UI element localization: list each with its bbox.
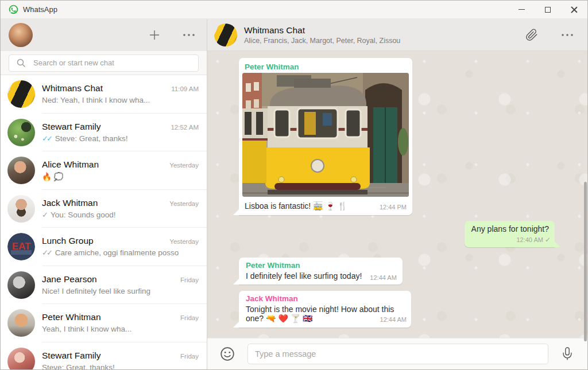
chat-time: Yesterday [169, 200, 199, 207]
smiley-icon [220, 346, 235, 361]
close-icon [571, 6, 578, 13]
message-movie-bubble[interactable]: Jack Whitman Tonight is the movie night!… [239, 291, 411, 328]
chat-list-item-peter-whitman[interactable]: Peter WhitmanFriday Yeah, I think I know… [1, 304, 207, 342]
chat-list-item-stewart-family-2[interactable]: Stewart FamilyFriday Steve: Great, thank… [1, 342, 207, 370]
chat-time: Yesterday [169, 238, 199, 245]
voice-message-button[interactable] [558, 343, 577, 365]
microphone-icon [561, 346, 574, 361]
my-profile-avatar[interactable] [9, 23, 33, 47]
svg-text:EAT: EAT [12, 241, 31, 252]
sent-tick-icon: ✓ [545, 236, 549, 244]
ellipsis-icon [561, 33, 574, 37]
sidebar: Whitmans Chat11:09 AM Ned: Yeah, I think… [1, 19, 207, 369]
whatsapp-logo-icon [9, 5, 18, 14]
search-row [1, 51, 207, 75]
lisbon-tram-photo[interactable] [242, 73, 409, 197]
message-sender: Jack Whitman [246, 294, 405, 303]
read-receipt-icon: ✓✓ [42, 134, 51, 143]
plus-icon [148, 29, 161, 41]
chat-avatar [7, 271, 35, 299]
message-caption: Lisboa is fantastic! 🚋 🍷 🍴 [245, 201, 373, 211]
attach-button[interactable] [522, 25, 541, 45]
composer-bar [207, 338, 587, 369]
new-chat-button[interactable] [145, 25, 164, 45]
emoji-button[interactable] [216, 343, 238, 365]
chat-time: Friday [180, 314, 199, 321]
chat-avatar [7, 195, 35, 223]
chat-scrollbar[interactable] [584, 182, 587, 341]
message-surf-bubble[interactable]: Peter Whitman I definitely feel like sur… [239, 258, 403, 285]
maximize-icon [545, 7, 551, 13]
chat-avatar [7, 348, 35, 369]
chat-avatar [7, 80, 35, 108]
chat-name: Whitmans Chat [42, 83, 167, 94]
conversation-pane: Whitmans Chat Alice, Francis, Jack, Marg… [207, 19, 587, 369]
message-sender: Peter Whitman [242, 61, 409, 71]
chat-list-item-stewart-family[interactable]: Stewart Family12:52 AM ✓✓Steve: Great, t… [1, 114, 207, 152]
message-time: 12:44 PM [380, 204, 407, 211]
chat-avatar [7, 119, 35, 146]
message-photo-bubble[interactable]: Peter Whitman [239, 58, 412, 215]
chat-preview: Nice! I definitely feel like surfing [42, 287, 150, 295]
chat-name: Stewart Family [42, 350, 176, 361]
paperclip-icon [525, 29, 538, 41]
minimize-icon [519, 9, 525, 10]
message-text: I definitely feel like surfing today! [246, 271, 362, 281]
chat-preview: 🔥 💭 [42, 172, 63, 181]
chat-avatar [7, 157, 35, 184]
message-time: 12:44 AM [370, 274, 396, 281]
chat-name: Lunch Group [42, 236, 165, 246]
titlebar: WhatsApp [1, 1, 587, 19]
read-receipt-icon: ✓✓ [42, 248, 51, 257]
chat-name: Alice Whitman [42, 159, 165, 170]
minimize-button[interactable] [508, 1, 535, 18]
sidebar-header [1, 19, 207, 51]
message-time: 12:44 AM [380, 316, 407, 323]
chat-name: Jack Whitman [42, 198, 165, 208]
chat-list-item-lunch-group[interactable]: EAT Lunch GroupYesterday ✓✓Care amiche, … [1, 228, 207, 266]
chat-list-item-alice-whitman[interactable]: Alice WhitmanYesterday 🔥 💭 [1, 151, 207, 190]
message-input[interactable] [247, 344, 548, 364]
chat-list: Whitmans Chat11:09 AM Ned: Yeah, I think… [1, 75, 207, 369]
chat-time: Friday [180, 276, 199, 283]
chat-time: 12:52 AM [171, 124, 199, 131]
search-icon [17, 59, 26, 68]
chat-avatar [7, 309, 35, 337]
chat-avatar: EAT [7, 233, 35, 260]
conversation-menu-button[interactable] [558, 30, 577, 40]
whatsapp-window: WhatsApp [0, 0, 588, 370]
chat-preview: Steve: Great, thanks! [42, 363, 115, 369]
close-button[interactable] [561, 1, 587, 18]
chat-name: Jane Pearson [42, 274, 176, 285]
chat-name: Stewart Family [42, 122, 166, 132]
eat-sign-avatar: EAT [7, 233, 35, 260]
chat-list-item-jane-pearson[interactable]: Jane PearsonFriday Nice! I definitely fe… [1, 266, 207, 305]
chat-preview: Care amiche, oggi finalmente posso [55, 248, 179, 257]
read-receipt-icon: ✓ [42, 211, 47, 219]
chat-name: Peter Whitman [42, 312, 176, 322]
conversation-participants: Alice, Francis, Jack, Margot, Peter, Roy… [244, 37, 506, 45]
chat-list-item-jack-whitman[interactable]: Jack WhitmanYesterday ✓You: Sounds good! [1, 190, 207, 228]
conversation-title: Whitmans Chat [244, 25, 506, 36]
chat-time: Friday [180, 353, 199, 360]
message-time: 12:40 AM [516, 236, 543, 243]
message-outgoing-bubble[interactable]: Any plans for tonight? 12:40 AM✓ [465, 221, 555, 247]
search-input[interactable] [9, 54, 199, 72]
conversation-avatar[interactable] [214, 24, 237, 46]
message-sender: Peter Whitman [246, 261, 397, 270]
chat-list-item-whitmans-chat[interactable]: Whitmans Chat11:09 AM Ned: Yeah, I think… [1, 75, 207, 114]
message-history[interactable]: Peter Whitman [207, 51, 587, 338]
chat-preview: You: Sounds good! [51, 211, 116, 219]
message-text: Any plans for tonight? [471, 224, 549, 233]
conversation-header[interactable]: Whitmans Chat Alice, Francis, Jack, Marg… [207, 19, 587, 51]
window-title: WhatsApp [23, 5, 57, 14]
chat-preview: Ned: Yeah, I think I know wha... [42, 96, 150, 104]
chat-preview: Yeah, I think I know wha... [42, 325, 131, 333]
ellipsis-icon [183, 33, 195, 37]
chat-time: 11:09 AM [171, 85, 199, 92]
sidebar-menu-button[interactable] [179, 30, 199, 40]
chat-time: Yesterday [169, 162, 199, 169]
chat-preview: Steve: Great, thanks! [55, 134, 128, 143]
maximize-button[interactable] [535, 1, 561, 18]
